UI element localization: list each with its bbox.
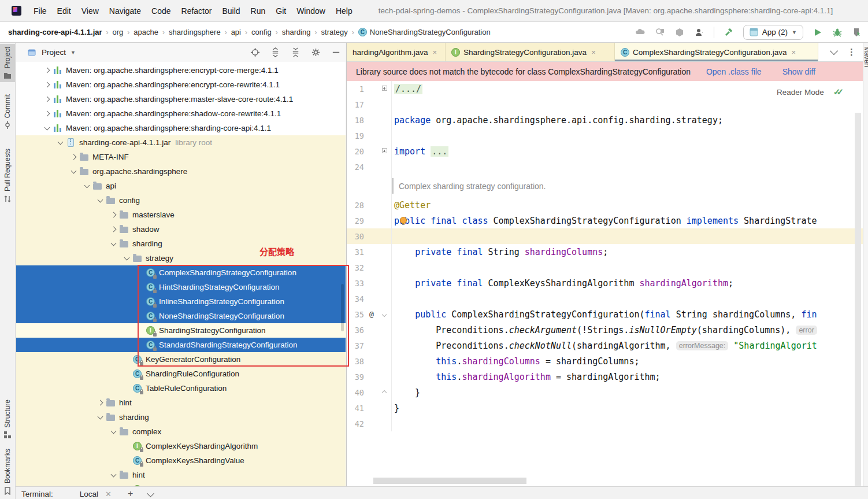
run-button-icon[interactable] bbox=[813, 27, 823, 38]
tree-item[interactable]: sharding-core-api-4.1.1.jarlibrary root bbox=[16, 135, 346, 150]
tree-item[interactable]: Maven: org.apache.shardingsphere:encrypt… bbox=[16, 77, 346, 92]
hidden-tabs-icon[interactable] bbox=[830, 47, 838, 55]
sidebar-item-commit[interactable]: Commit bbox=[0, 91, 15, 132]
sidebar-item-project[interactable]: Project bbox=[0, 44, 15, 82]
breadcrumb-item[interactable]: sharding-core-api-4.1.1.jar bbox=[8, 28, 102, 36]
panel-title[interactable]: Project bbox=[42, 48, 66, 57]
close-icon[interactable]: × bbox=[591, 48, 596, 57]
menu-refactor[interactable]: Refactor bbox=[176, 0, 217, 22]
breadcrumb-item[interactable]: api bbox=[231, 28, 241, 36]
breadcrumb-item[interactable]: sharding bbox=[282, 28, 311, 36]
menu-edit[interactable]: Edit bbox=[52, 0, 76, 22]
sidebar-item-bookmarks[interactable]: Bookmarks bbox=[0, 448, 15, 496]
chevron-right-icon[interactable] bbox=[107, 213, 119, 217]
fold-marker-icon[interactable] bbox=[379, 389, 390, 395]
tree-item[interactable]: complex bbox=[16, 424, 346, 439]
chevron-down-icon[interactable]: ▼ bbox=[71, 50, 76, 56]
hide-icon[interactable] bbox=[331, 47, 341, 58]
sidebar-item-pull-requests[interactable]: Pull Requests bbox=[0, 146, 15, 206]
breadcrumb-item[interactable]: shardingsphere bbox=[169, 28, 221, 36]
tree-item[interactable]: sharding bbox=[16, 410, 346, 424]
tree-item[interactable]: CShardingRuleConfiguration bbox=[16, 367, 346, 381]
chevron-right-icon[interactable] bbox=[68, 155, 79, 159]
tree-item[interactable]: IHintShardingAlgorithm bbox=[16, 482, 346, 486]
tree-item[interactable]: CComplexShardingStrategyConfiguration bbox=[16, 265, 346, 280]
tree-scrollbar[interactable] bbox=[341, 284, 344, 331]
fold-marker-icon[interactable] bbox=[379, 148, 390, 154]
tree-item[interactable]: CComplexKeysShardingValue bbox=[16, 453, 346, 468]
tree-item[interactable]: org.apache.shardingsphere bbox=[16, 164, 346, 179]
menu-run[interactable]: Run bbox=[246, 0, 271, 22]
banner-action-open-class-file[interactable]: Open .class file bbox=[706, 67, 762, 76]
maven-tool-button[interactable]: Maven bbox=[863, 46, 868, 67]
search-everywhere-icon[interactable] bbox=[655, 27, 665, 38]
settings-icon[interactable] bbox=[310, 47, 321, 58]
chevron-down-icon[interactable] bbox=[41, 127, 53, 130]
tree-item[interactable]: masterslave bbox=[16, 208, 346, 222]
tree-item[interactable]: CNoneShardingStrategyConfiguration bbox=[16, 309, 346, 323]
chevron-down-icon[interactable] bbox=[107, 474, 119, 476]
breadcrumb-item[interactable]: config bbox=[251, 28, 272, 36]
cloud-icon[interactable] bbox=[635, 27, 646, 38]
menu-file[interactable]: File bbox=[28, 0, 52, 22]
editor-tab[interactable]: hardingAlgorithm.java× bbox=[347, 43, 446, 61]
chevron-right-icon[interactable] bbox=[107, 227, 119, 231]
tree-item[interactable]: sharding bbox=[16, 236, 346, 251]
tree-item[interactable]: strategy bbox=[16, 251, 346, 265]
editor-tab[interactable]: CComplexShardingStrategyConfiguration.ja… bbox=[615, 43, 818, 61]
close-icon[interactable]: × bbox=[433, 48, 437, 57]
close-icon[interactable]: ✕ bbox=[105, 490, 112, 498]
chevron-down-icon[interactable] bbox=[121, 257, 132, 260]
tree-item[interactable]: CKeyGeneratorConfiguration bbox=[16, 352, 346, 367]
tree-item[interactable]: Maven: org.apache.shardingsphere:master-… bbox=[16, 92, 346, 106]
editor-horizontal-scrollbar[interactable] bbox=[373, 478, 526, 484]
tree-item[interactable]: config bbox=[16, 193, 346, 208]
new-terminal-icon[interactable]: + bbox=[128, 490, 133, 498]
run-configuration-widget[interactable]: App (2)▼ bbox=[743, 25, 803, 40]
tab-options-icon[interactable]: ⋮ bbox=[847, 47, 856, 57]
chevron-down-icon[interactable] bbox=[147, 490, 154, 497]
chevron-down-icon[interactable] bbox=[81, 185, 92, 187]
tree-item[interactable]: shadow bbox=[16, 222, 346, 236]
reader-mode-label[interactable]: Reader Mode bbox=[777, 88, 824, 97]
tree-item[interactable]: CInlineShardingStrategyConfiguration bbox=[16, 294, 346, 309]
chevron-down-icon[interactable] bbox=[94, 199, 106, 202]
menu-window[interactable]: Window bbox=[291, 0, 331, 22]
debug-button-icon[interactable] bbox=[832, 27, 843, 38]
chevron-down-icon[interactable] bbox=[94, 416, 106, 419]
build-hammer-icon[interactable] bbox=[724, 27, 734, 38]
editor-tab[interactable]: IShardingStrategyConfiguration.java× bbox=[446, 43, 615, 61]
tree-item[interactable]: Maven: org.apache.shardingsphere:shadow-… bbox=[16, 106, 346, 121]
tree-item[interactable]: META-INF bbox=[16, 150, 346, 164]
tree-item[interactable]: hint bbox=[16, 395, 346, 410]
chevron-down-icon[interactable] bbox=[107, 243, 119, 245]
chevron-right-icon[interactable] bbox=[41, 112, 53, 116]
sidebar-item-structure[interactable]: Structure bbox=[0, 397, 15, 442]
chevron-down-icon[interactable] bbox=[54, 142, 66, 144]
menu-code[interactable]: Code bbox=[146, 0, 176, 22]
menu-navigate[interactable]: Navigate bbox=[104, 0, 146, 22]
tree-item[interactable]: Maven: org.apache.shardingsphere:shardin… bbox=[16, 121, 346, 135]
chevron-down-icon[interactable]: ▼ bbox=[792, 29, 797, 35]
breadcrumb-item[interactable]: strategy bbox=[321, 28, 348, 36]
coverage-button-icon[interactable] bbox=[852, 27, 862, 38]
menu-build[interactable]: Build bbox=[217, 0, 245, 22]
expand-all-icon[interactable] bbox=[270, 47, 280, 58]
tree-item[interactable]: hint bbox=[16, 468, 346, 482]
menu-help[interactable]: Help bbox=[331, 0, 358, 22]
breadcrumb-item[interactable]: CNoneShardingStrategyConfiguration bbox=[358, 28, 491, 36]
chevron-right-icon[interactable] bbox=[41, 83, 53, 87]
banner-action-show-diff[interactable]: Show diff bbox=[782, 67, 815, 76]
profile-icon[interactable] bbox=[694, 27, 704, 38]
tree-item[interactable]: IShardingStrategyConfiguration bbox=[16, 323, 346, 338]
chevron-down-icon[interactable] bbox=[68, 171, 79, 173]
tree-item[interactable]: CTableRuleConfiguration bbox=[16, 381, 346, 395]
breadcrumb-item[interactable]: apache bbox=[133, 28, 158, 36]
inspections-ok-icon[interactable]: ✓✓ bbox=[833, 87, 844, 97]
fold-marker-icon[interactable] bbox=[379, 86, 390, 92]
collapse-all-icon[interactable] bbox=[290, 47, 301, 58]
menu-view[interactable]: View bbox=[76, 0, 104, 22]
plugin-icon[interactable] bbox=[674, 27, 685, 38]
intention-bulb-icon[interactable] bbox=[400, 217, 407, 224]
chevron-right-icon[interactable] bbox=[41, 97, 53, 101]
